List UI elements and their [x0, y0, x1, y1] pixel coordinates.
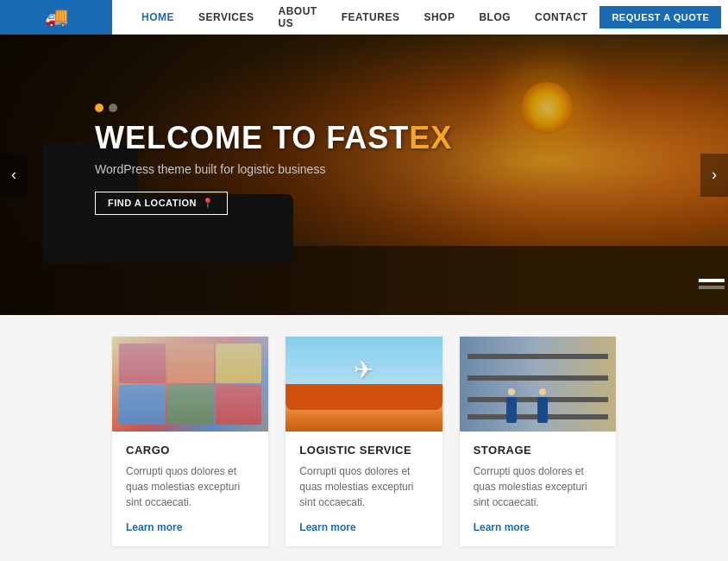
hero-title-main: WELCOME TO FAST — [95, 120, 409, 155]
nav-shop[interactable]: SHOP — [411, 11, 467, 23]
nav-contact[interactable]: CONTACT — [523, 11, 599, 23]
hero-prev-arrow[interactable]: ‹ — [0, 154, 28, 197]
slide-indicator-2 — [699, 286, 725, 289]
hero-subtitle: WordPress theme built for logistic busin… — [95, 162, 452, 176]
nav-about[interactable]: ABOUT US — [266, 5, 329, 29]
hero-section: WELCOME TO FASTEX WordPress theme built … — [0, 35, 728, 315]
ship-shape — [286, 384, 442, 410]
hero-dot-1 — [95, 104, 104, 112]
nav-blog[interactable]: BLOG — [467, 11, 523, 23]
nav-services[interactable]: SERVICES — [186, 11, 266, 23]
logistic-body: LOGISTIC SERVICE Corrupti quos dolores e… — [286, 432, 442, 546]
hero-dots — [95, 104, 452, 112]
services-section: CARGO Corrupti quos dolores et quas mole… — [0, 315, 728, 561]
slide-indicators — [699, 279, 728, 289]
worker-figure-1 — [506, 397, 517, 423]
shelf-2 — [468, 375, 608, 381]
hero-title: WELCOME TO FASTEX — [95, 121, 452, 155]
logistic-image: ✈ — [286, 337, 442, 432]
storage-body: STORAGE Corrupti quos dolores et quas mo… — [460, 432, 616, 546]
service-card-cargo: CARGO Corrupti quos dolores et quas mole… — [112, 337, 268, 546]
cargo-learn-more[interactable]: Learn more — [126, 521, 182, 533]
slide-indicator-1 — [699, 279, 725, 282]
hero-dot-2 — [109, 104, 117, 112]
find-location-label: FIND A LOCATION — [108, 198, 197, 208]
service-card-storage: STORAGE Corrupti quos dolores et quas mo… — [460, 337, 616, 546]
storage-image — [460, 337, 616, 432]
storage-desc: Corrupti quos dolores et quas molestias … — [474, 463, 602, 510]
worker-figure-2 — [537, 397, 548, 423]
header: 🚚 HOME SERVICES ABOUT US FEATURES SHOP B… — [0, 0, 728, 35]
nav-features[interactable]: FEATURES — [329, 11, 412, 23]
cargo-desc: Corrupti quos dolores et quas molestias … — [126, 463, 254, 510]
cargo-image — [112, 337, 268, 432]
hero-title-accent: EX — [409, 120, 452, 155]
hero-next-arrow[interactable]: › — [700, 154, 728, 197]
nav-home[interactable]: HOME — [129, 11, 186, 23]
cargo-body: CARGO Corrupti quos dolores et quas mole… — [112, 432, 268, 546]
shelf-1 — [468, 354, 608, 359]
cargo-title: CARGO — [126, 444, 254, 457]
find-location-button[interactable]: FIND A LOCATION 📍 — [95, 192, 228, 215]
hero-content: WELCOME TO FASTEX WordPress theme built … — [95, 104, 452, 215]
logo[interactable]: 🚚 — [0, 0, 112, 35]
service-card-logistic: ✈ LOGISTIC SERVICE Corrupti quos dolores… — [286, 337, 442, 546]
main-nav: HOME SERVICES ABOUT US FEATURES SHOP BLO… — [112, 5, 599, 29]
location-icon: 📍 — [202, 198, 215, 209]
logistic-title: LOGISTIC SERVICE — [299, 444, 428, 457]
plane-icon: ✈ — [354, 356, 373, 384]
storage-title: STORAGE — [474, 444, 602, 457]
logistic-learn-more[interactable]: Learn more — [299, 521, 355, 533]
truck-icon: 🚚 — [45, 6, 68, 28]
storage-learn-more[interactable]: Learn more — [474, 521, 530, 533]
request-quote-button[interactable]: REQUEST A QUOTE — [599, 6, 721, 28]
logistic-desc: Corrupti quos dolores et quas molestias … — [299, 463, 428, 510]
